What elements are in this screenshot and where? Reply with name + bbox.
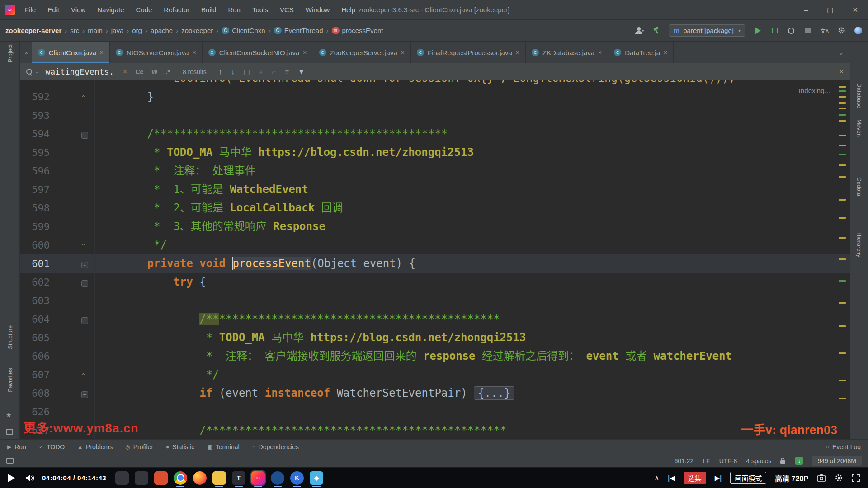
tab-zkdatabase.java[interactable]: CZKDatabase.java× [526,42,608,63]
gutter[interactable]: 592^ [20,88,95,106]
menu-help[interactable]: Help [336,4,360,15]
menu-navigate[interactable]: Navigate [92,4,129,15]
tool-button-codota[interactable]: Codota [856,177,863,196]
breadcrumb-processevent[interactable]: mprocessEvent [332,27,383,34]
line-number[interactable]: 603 [20,291,52,310]
gutter[interactable]: 607^ [20,366,95,384]
tab-nioservercnxn.java[interactable]: CNIOServerCnxn.java× [110,42,203,63]
plugin-icon[interactable] [854,26,863,35]
maximize-button[interactable]: ▢ [827,6,833,14]
fold-icon[interactable]: - [81,132,88,139]
tab-overflow-icon[interactable]: ⌄ [832,49,850,56]
line-number[interactable]: 598 [20,199,52,217]
tool-windows-toggle-icon[interactable] [6,429,13,435]
breadcrumb-org[interactable]: org [132,27,142,34]
taskbar-firefox[interactable] [193,471,207,485]
scrollbar[interactable] [835,80,850,439]
next-episode-icon[interactable]: ▶| [715,474,722,482]
screenshot-camera-icon[interactable] [817,474,826,482]
minimize-button[interactable]: – [804,6,808,14]
gutter[interactable]: 597 [20,180,95,199]
run-button[interactable] [753,26,762,35]
collapse-icon[interactable]: ∧ [654,474,659,482]
tool-button-database[interactable]: Database [856,83,863,108]
menu-window[interactable]: Window [301,4,335,15]
taskbar-chrome[interactable] [174,471,187,485]
tool-windows-corner-icon[interactable] [6,458,14,464]
toggle-.*[interactable]: .* [164,67,172,76]
line-number[interactable]: 599 [20,217,52,236]
quality-button[interactable]: 高清 720P [775,473,808,483]
breadcrumb-zookeeper[interactable]: zookeeper [181,27,213,34]
close-icon[interactable]: × [664,49,667,56]
gutter[interactable]: 605 [20,328,95,347]
memory-indicator[interactable]: 949 of 2048M [812,456,862,466]
fold-icon[interactable]: ^ [81,237,85,256]
fold-icon[interactable]: - [81,280,88,287]
taskbar-folder[interactable] [212,471,226,485]
update-available-icon[interactable]: ↓ [795,457,803,465]
line-number[interactable]: 608 [20,384,52,403]
gutter[interactable]: 593 [20,106,95,125]
gutter[interactable]: 600^ [20,236,95,254]
line-number[interactable]: 601 [20,254,52,273]
gutter[interactable]: 594- [20,125,95,143]
previous-episode-icon[interactable]: |◀ [668,474,675,482]
player-play-button[interactable] [8,474,15,482]
tool-profiler[interactable]: ◎Profiler [125,443,153,450]
tool-button-hierarchy[interactable]: Hierarchy [856,232,863,258]
breadcrumb-src[interactable]: src [70,27,79,34]
run-configuration-select[interactable]: m parent [package] ▾ [669,24,745,37]
file-encoding[interactable]: UTF-8 [719,457,737,465]
caret-position[interactable]: 601:22 [674,457,693,465]
close-icon[interactable]: × [401,49,405,56]
player-settings-gear-icon[interactable] [835,474,843,482]
multiline-icon[interactable]: ≡ [284,68,291,75]
fold-icon[interactable]: - [81,262,88,268]
breadcrumb-eventthread[interactable]: CEventThread [274,27,323,34]
line-number[interactable]: 607 [20,366,52,384]
toggle-cc[interactable]: Cc [133,67,145,76]
gutter[interactable]: 603 [20,291,95,310]
close-find-icon[interactable]: × [839,67,844,76]
tab-clientcnxn.java[interactable]: CClientCnxn.java× [32,42,110,63]
line-number[interactable]: 602 [20,273,52,291]
fold-icon[interactable]: ^ [81,89,85,108]
taskbar-app-9[interactable] [271,471,284,485]
tool-terminal[interactable]: ▣Terminal [207,443,239,450]
coverage-icon[interactable] [770,26,779,35]
settings-gear-icon[interactable] [837,26,846,35]
build-hammer-icon[interactable] [652,26,661,35]
fold-icon[interactable]: ^ [81,367,85,385]
tool-button-maven[interactable]: Maven [856,119,863,137]
close-button[interactable]: ✕ [852,6,858,14]
line-number[interactable]: 593 [20,106,52,125]
line-number[interactable]: 606 [20,347,52,366]
tool-event-log[interactable]: ○ Event Log [826,443,861,450]
add-selection-icon[interactable]: + [258,68,264,75]
taskbar-app-t[interactable]: T [232,471,245,485]
line-number[interactable]: 597 [20,180,52,199]
select-all-occurrences-icon[interactable]: ▢ [242,68,251,76]
gutter[interactable]: 598 [20,199,95,217]
tool-button-structure[interactable]: Structure [6,325,13,349]
taskbar-app-k[interactable]: K [290,471,304,485]
gutter[interactable]: 596 [20,162,95,180]
gutter[interactable] [20,80,95,88]
close-icon[interactable]: × [193,49,196,56]
gutter[interactable]: 606 [20,347,95,366]
tool-button-favorites[interactable]: Favorites [6,368,13,392]
gutter[interactable]: 595 [20,143,95,162]
tool-button-project[interactable]: Project [6,44,13,62]
line-number[interactable]: 594 [20,125,52,143]
line-number[interactable]: 596 [20,162,52,180]
menu-edit[interactable]: Edit [42,4,64,15]
menu-code[interactable]: Code [131,4,157,15]
close-icon[interactable]: × [303,49,307,56]
close-icon[interactable]: × [516,49,519,56]
taskbar-app-1[interactable] [115,471,129,485]
close-icon[interactable]: × [100,49,104,56]
screen-mode-button[interactable]: 画面模式 [730,472,766,484]
taskbar-idea[interactable]: IJ [251,471,265,485]
line-number[interactable]: 604 [20,310,52,328]
